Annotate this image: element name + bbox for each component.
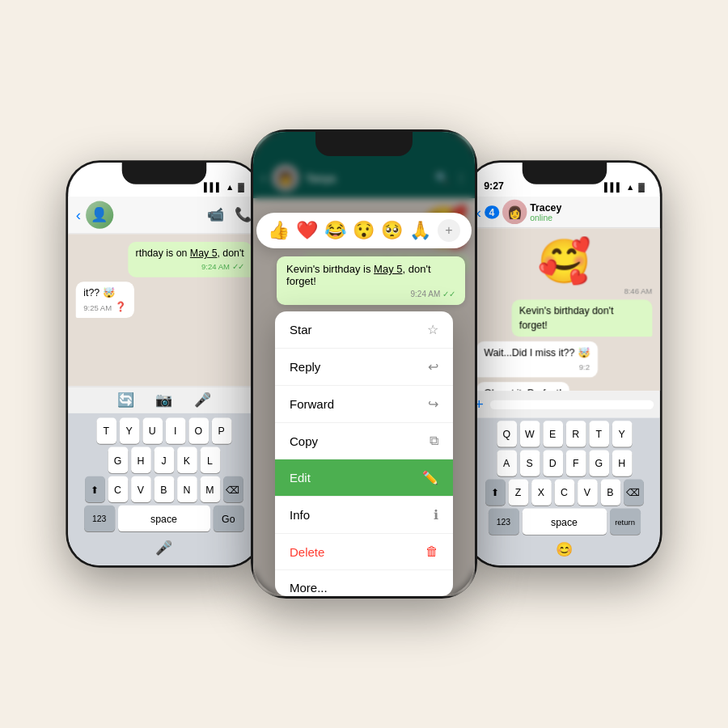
left-chat-area: rthday is on May 5, don't 9:24 AM ✓✓ it?… [68,234,260,386]
emoji-more-button[interactable]: + [438,219,460,242]
key-p[interactable]: P [211,418,231,444]
right-key-f[interactable]: F [565,450,586,476]
left-msg-1-text: rthday is on May 5, don't [136,247,244,260]
right-contact-info: Tracey online [530,201,652,222]
emoji-laugh[interactable]: 😂 [324,220,346,241]
left-notch [121,163,206,184]
right-key-space[interactable]: space [522,509,607,535]
right-key-q[interactable]: Q [497,421,517,447]
right-sticker-msg: 🥰 8:46 AM [476,235,653,294]
emoji-pray[interactable]: 🙏 [409,220,431,241]
keyboard-mic-icon[interactable]: 🎤 [155,540,172,557]
key-u[interactable]: U [142,418,163,444]
video-call-icon[interactable]: 📹 [207,206,224,223]
key-space[interactable]: space [118,506,210,531]
key-k[interactable]: K [177,447,197,473]
right-key-delete[interactable]: ⌫ [624,480,644,506]
ctx-delete-icon: 🗑 [425,544,438,559]
key-c[interactable]: C [108,476,128,502]
emoji-thumbsup[interactable]: 👍 [268,220,290,241]
right-sticker-time: 8:46 AM [624,286,652,294]
voice-call-icon[interactable]: 📞 [235,206,252,223]
key-m[interactable]: M [200,476,220,502]
key-g[interactable]: G [108,447,128,473]
key-l[interactable]: L [200,447,220,473]
key-b[interactable]: B [154,476,174,502]
camera-icon[interactable]: 📷 [155,392,172,408]
left-kb-row-3: ⬆ C V B N M ⌫ [71,476,256,502]
emoji-pleading[interactable]: 🥺 [381,220,403,241]
right-wifi-icon: ▲ [626,183,634,192]
left-msg-2: it?? 🤯 9:25 AM ❓ [76,282,134,319]
right-key-c[interactable]: C [554,480,574,506]
right-key-t[interactable]: T [589,421,609,447]
left-kb-row-2: G H J K L [71,447,256,473]
center-notch [315,132,413,156]
emoji-heart[interactable]: ❤️ [296,220,318,241]
right-key-shift[interactable]: ⬆ [485,480,506,506]
context-menu: Star ☆ Reply ↩ Forward ↪ Copy ⧉ [275,311,453,596]
ctx-more[interactable]: More... [275,570,453,596]
right-notch [522,163,607,184]
right-key-y[interactable]: Y [612,421,632,447]
key-n[interactable]: N [177,476,197,502]
sticker-icon[interactable]: 🔄 [117,392,134,408]
right-key-g[interactable]: G [589,450,609,476]
right-keyboard: Q W E R T Y A S D F G H ⬆ Z [468,418,660,565]
right-key-b[interactable]: B [600,480,620,506]
ctx-delete-label: Delete [290,545,324,559]
right-key-s[interactable]: S [519,450,540,476]
ctx-star[interactable]: Star ☆ [275,311,453,349]
left-avatar: 👤 [86,201,113,229]
key-go[interactable]: Go [213,506,243,531]
ctx-copy[interactable]: Copy ⧉ [275,423,453,459]
left-back-icon[interactable]: ‹ [76,206,81,224]
ctx-info[interactable]: Info ℹ [275,497,453,534]
key-y[interactable]: Y [119,418,139,444]
right-input-field[interactable] [490,400,654,408]
right-key-v[interactable]: V [578,480,598,506]
ctx-edit[interactable]: Edit ✏️ [275,459,453,497]
key-j[interactable]: J [154,447,174,473]
ctx-reply[interactable]: Reply ↩ [275,349,453,386]
highlighted-message-text: Kevin's birthday is May 5, don't forget! [286,263,455,287]
key-t[interactable]: T [96,418,116,444]
left-status-icons: ▌▌▌ ▲ ▓ [204,183,244,192]
key-h[interactable]: H [131,447,151,473]
ctx-forward[interactable]: Forward ↪ [275,386,453,423]
right-key-e[interactable]: E [543,421,563,447]
right-msg-2-time: 9:2 [484,362,590,372]
left-input-toolbar: 🔄 📷 🎤 [68,387,260,413]
right-key-x[interactable]: X [531,480,552,506]
ctx-reply-label: Reply [290,360,320,374]
ctx-edit-icon: ✏️ [422,470,438,485]
right-key-z[interactable]: Z [508,480,528,506]
ctx-copy-icon: ⧉ [430,434,438,448]
right-key-a[interactable]: A [497,450,517,476]
key-delete[interactable]: ⌫ [223,476,243,502]
emoji-wow[interactable]: 😯 [353,220,375,241]
signal-icon: ▌▌▌ [204,183,222,192]
ctx-info-label: Info [290,508,310,522]
right-kb-row-1: Q W E R T Y [470,421,658,447]
mic-icon[interactable]: 🎤 [194,392,211,408]
right-input-area: + [468,391,660,417]
right-contact-status: online [530,213,652,222]
right-key-h[interactable]: H [612,450,632,476]
right-key-123[interactable]: 123 [488,509,518,535]
key-numbers[interactable]: 123 [84,506,115,531]
key-o[interactable]: O [188,418,209,444]
right-kb-row-2: A S D F G H [470,450,658,476]
key-v[interactable]: V [131,476,151,502]
key-i[interactable]: I [165,418,185,444]
key-shift[interactable]: ⬆ [85,476,105,502]
right-key-d[interactable]: D [543,450,563,476]
right-key-w[interactable]: W [519,421,540,447]
right-back-count: 4 [485,205,499,218]
right-key-return[interactable]: return [610,509,641,535]
ctx-edit-label: Edit [290,471,311,485]
left-msg-2-text: it?? 🤯 [83,286,126,300]
ctx-delete[interactable]: Delete 🗑 [275,534,453,570]
right-key-r[interactable]: R [565,421,586,447]
emoji-keyboard-icon[interactable]: 😊 [556,541,573,558]
